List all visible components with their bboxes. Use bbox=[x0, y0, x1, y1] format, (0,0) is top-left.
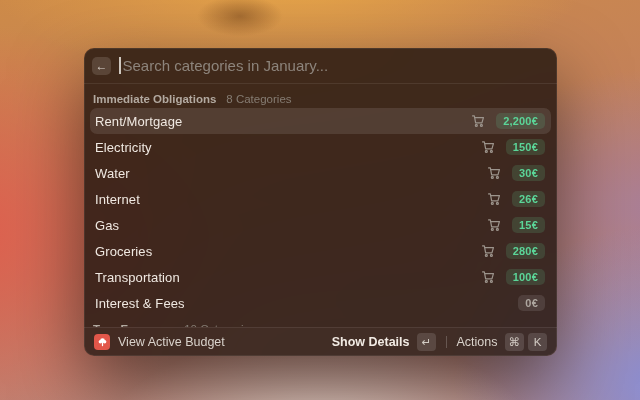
section-header: True Expenses 10 Categories bbox=[90, 316, 551, 327]
amount-badge: 150€ bbox=[506, 139, 545, 155]
show-details-button[interactable]: Show Details bbox=[332, 335, 410, 349]
category-name: Water bbox=[95, 166, 487, 181]
category-row[interactable]: Interest & Fees 0€ bbox=[90, 290, 551, 316]
amount-badge: 0€ bbox=[518, 295, 545, 311]
amount-badge: 15€ bbox=[512, 217, 545, 233]
footer-divider bbox=[446, 336, 447, 348]
enter-key-icon: ↵ bbox=[417, 333, 436, 351]
cart-icon bbox=[481, 270, 495, 284]
amount-badge: 30€ bbox=[512, 165, 545, 181]
search-input[interactable] bbox=[123, 57, 546, 74]
category-name: Internet bbox=[95, 192, 487, 207]
category-name: Gas bbox=[95, 218, 487, 233]
amount-badge: 26€ bbox=[512, 191, 545, 207]
cart-icon bbox=[481, 140, 495, 154]
command-key-icon: ⌘ bbox=[505, 333, 525, 351]
search-bar: ← bbox=[84, 48, 557, 84]
category-row[interactable]: Rent/Mortgage 2,200€ bbox=[90, 108, 551, 134]
amount-badge: 2,200€ bbox=[496, 113, 545, 129]
category-row[interactable]: Groceries 280€ bbox=[90, 238, 551, 264]
cart-icon bbox=[487, 218, 501, 232]
section-count: 8 Categories bbox=[226, 93, 291, 105]
section-title: Immediate Obligations bbox=[93, 93, 216, 105]
search-input-wrap bbox=[119, 48, 545, 83]
amount-badge: 100€ bbox=[506, 269, 545, 285]
cart-icon bbox=[487, 166, 501, 180]
category-name: Transportation bbox=[95, 270, 481, 285]
footer-bar: View Active Budget Show Details ↵ Action… bbox=[84, 327, 557, 356]
category-name: Rent/Mortgage bbox=[95, 114, 471, 129]
category-name: Electricity bbox=[95, 140, 481, 155]
cart-icon bbox=[487, 192, 501, 206]
actions-button[interactable]: Actions bbox=[457, 335, 498, 349]
text-caret bbox=[119, 57, 121, 74]
tree-icon bbox=[97, 337, 108, 348]
back-button[interactable]: ← bbox=[92, 57, 111, 75]
footer-actions: Show Details ↵ Actions ⌘ K bbox=[332, 333, 547, 351]
category-list: Immediate Obligations 8 Categories Rent/… bbox=[84, 84, 557, 327]
category-name: Interest & Fees bbox=[95, 296, 518, 311]
footer-command-label: View Active Budget bbox=[118, 335, 225, 349]
back-arrow-icon: ← bbox=[96, 57, 108, 75]
k-key-icon: K bbox=[528, 333, 547, 351]
budget-app-icon bbox=[94, 334, 110, 350]
category-row[interactable]: Gas 15€ bbox=[90, 212, 551, 238]
command-palette-window: ← Immediate Obligations 8 Categories Ren… bbox=[84, 48, 557, 356]
section-header: Immediate Obligations 8 Categories bbox=[90, 86, 551, 108]
category-row[interactable]: Transportation 100€ bbox=[90, 264, 551, 290]
cart-icon bbox=[471, 114, 485, 128]
amount-badge: 280€ bbox=[506, 243, 545, 259]
category-row[interactable]: Water 30€ bbox=[90, 160, 551, 186]
category-name: Groceries bbox=[95, 244, 481, 259]
category-row[interactable]: Electricity 150€ bbox=[90, 134, 551, 160]
category-row[interactable]: Internet 26€ bbox=[90, 186, 551, 212]
cart-icon bbox=[481, 244, 495, 258]
